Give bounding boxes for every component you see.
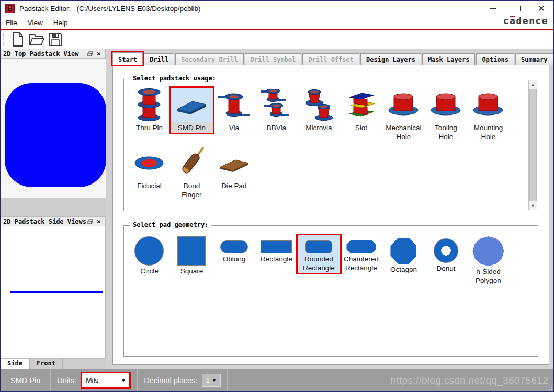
tab-start[interactable]: Start xyxy=(112,52,143,65)
scroll-up-button[interactable]: ▲ xyxy=(529,80,537,89)
geometry-item-rounded-rectangle[interactable]: Rounded Rectangle xyxy=(298,235,340,273)
units-label: Units: xyxy=(57,376,76,385)
new-file-button[interactable] xyxy=(9,31,26,47)
usage-item-bond-finger[interactable]: Bond Finger xyxy=(171,146,213,200)
usage-item-die-pad[interactable]: Die Pad xyxy=(213,146,255,191)
maximize-button[interactable] xyxy=(505,1,529,16)
side-views-panel-header: 2D Padstack Side Views × xyxy=(1,216,106,226)
geometry-item-donut[interactable]: Donut xyxy=(425,235,467,273)
tab-drill-symbol: Drill Symbol xyxy=(245,53,302,65)
tab-drill-offset: Drill Offset xyxy=(302,53,359,65)
usage-item-label: Slot xyxy=(340,122,382,133)
tab-secondary-drill: Secondary Drill xyxy=(175,53,243,65)
usage-item-tooling-hole[interactable]: Tooling Hole xyxy=(425,88,467,142)
rounded-rectangle-shape-icon xyxy=(305,240,332,253)
geometry-item-label: Donut xyxy=(425,263,467,273)
top-view-canvas xyxy=(1,59,106,198)
usage-item-via[interactable]: Via xyxy=(213,88,255,133)
menu-file[interactable]: File xyxy=(1,18,22,28)
geometry-item-n-sided-polygon[interactable]: n-Sided Polygon xyxy=(467,235,510,285)
scrollbar-thumb[interactable] xyxy=(529,89,537,201)
bbvia-icon xyxy=(259,89,293,121)
usage-item-label: Via xyxy=(213,122,255,133)
side-view-tabs: Side Front xyxy=(1,359,106,370)
top-view-panel-title: 2D Top Padstack View xyxy=(3,50,86,57)
padstack-usage-group-title: Select padstack usage: xyxy=(130,75,219,82)
save-button[interactable] xyxy=(47,31,64,47)
side-views-float-button[interactable] xyxy=(86,217,95,225)
usage-item-slot[interactable]: Slot xyxy=(340,88,382,133)
chevron-down-icon: ▼ xyxy=(530,203,535,209)
via-icon xyxy=(218,90,250,120)
usage-scrollbar[interactable]: ▲ ▼ xyxy=(528,80,537,210)
main-content: Start Drill Secondary Drill Drill Symbol… xyxy=(106,49,554,370)
usage-item-fiducial[interactable]: Fiducial xyxy=(128,146,171,191)
new-file-icon xyxy=(12,32,24,47)
geometry-item-octagon[interactable]: Octagon xyxy=(382,235,425,274)
units-select[interactable]: Mils ▼ xyxy=(82,373,129,387)
open-folder-button[interactable] xyxy=(28,31,45,47)
usage-item-label: Bond Finger xyxy=(171,180,213,200)
chevron-down-icon: ▼ xyxy=(121,378,126,383)
tab-drill[interactable]: Drill xyxy=(144,53,174,65)
octagon-shape-icon xyxy=(390,238,416,264)
usage-item-microvia[interactable]: Microvia xyxy=(298,88,340,133)
geometry-item-rectangle[interactable]: Rectangle xyxy=(255,235,298,264)
oblong-shape-icon xyxy=(220,240,248,253)
chevron-down-icon: ▼ xyxy=(212,378,217,383)
geometry-item-square[interactable]: Square xyxy=(171,235,213,276)
chevron-up-icon: ▲ xyxy=(530,82,535,87)
tab-side[interactable]: Side xyxy=(1,359,30,370)
geometry-item-label: Octagon xyxy=(382,264,425,274)
side-views-close-button[interactable]: × xyxy=(95,217,103,225)
resize-grip[interactable] xyxy=(547,385,552,390)
status-mode: SMD Pin xyxy=(1,376,50,385)
tab-mask-layers[interactable]: Mask Layers xyxy=(422,53,475,65)
tab-design-layers[interactable]: Design Layers xyxy=(360,53,421,65)
mounting-hole-icon xyxy=(471,91,505,119)
toolbar-grip[interactable] xyxy=(3,33,5,45)
usage-item-mechanical-hole[interactable]: Mechanical Hole xyxy=(382,88,425,142)
top-view-float-button[interactable] xyxy=(86,50,95,57)
usage-item-label: Die Pad xyxy=(213,180,255,191)
app-icon xyxy=(5,4,15,13)
dock-splitter[interactable] xyxy=(1,198,106,216)
geometry-item-circle[interactable]: Circle xyxy=(128,235,171,276)
usage-item-smd-pin[interactable]: SMD Pin xyxy=(171,88,213,133)
status-separator xyxy=(227,369,228,391)
maximize-icon xyxy=(515,6,521,11)
minimize-icon xyxy=(490,8,496,9)
menu-help[interactable]: Help xyxy=(48,18,73,28)
rectangle-shape-icon xyxy=(261,240,292,253)
tab-summary[interactable]: Summary xyxy=(515,53,553,65)
geometry-item-label: Chamfered Rectangle xyxy=(340,253,382,273)
minimize-button[interactable] xyxy=(481,1,505,16)
usage-item-label: BBVia xyxy=(255,122,298,133)
top-view-close-button[interactable]: × xyxy=(95,50,103,57)
status-bar: SMD Pin Units: Mils ▼ Decimal places: 1 … xyxy=(1,369,553,391)
scroll-down-button[interactable]: ▼ xyxy=(529,201,537,210)
start-tab-page: Select padstack usage: xyxy=(112,65,549,365)
tab-options[interactable]: Options xyxy=(476,53,514,65)
toolbar xyxy=(1,30,553,49)
usage-item-label: Microvia xyxy=(298,122,340,133)
decimal-places-select[interactable]: 1 ▼ xyxy=(202,374,221,387)
close-icon: ✕ xyxy=(538,4,545,13)
close-panel-icon: × xyxy=(97,218,101,225)
pad-geometry-group: Select pad geometry: Circle Square O xyxy=(123,225,538,357)
fiducial-icon xyxy=(133,155,165,171)
tab-front[interactable]: Front xyxy=(30,359,63,370)
cadence-logo-accent xyxy=(510,16,515,17)
geometry-item-oblong[interactable]: Oblong xyxy=(213,235,255,264)
menu-view[interactable]: View xyxy=(22,18,48,28)
usage-item-bbvia[interactable]: BBVia xyxy=(255,88,298,133)
pad-side-preview-shape xyxy=(10,291,103,293)
float-panel-icon xyxy=(87,51,93,56)
tooling-hole-icon xyxy=(429,91,462,119)
chamfered-rectangle-shape-icon xyxy=(346,240,376,253)
usage-item-thru-pin[interactable]: Thru Pin xyxy=(128,88,171,133)
usage-item-mounting-hole[interactable]: Mounting Hole xyxy=(467,88,510,142)
units-annotation-box: Mils ▼ xyxy=(81,372,131,389)
close-button[interactable]: ✕ xyxy=(529,1,553,16)
geometry-item-chamfered-rectangle[interactable]: Chamfered Rectangle xyxy=(340,235,382,273)
